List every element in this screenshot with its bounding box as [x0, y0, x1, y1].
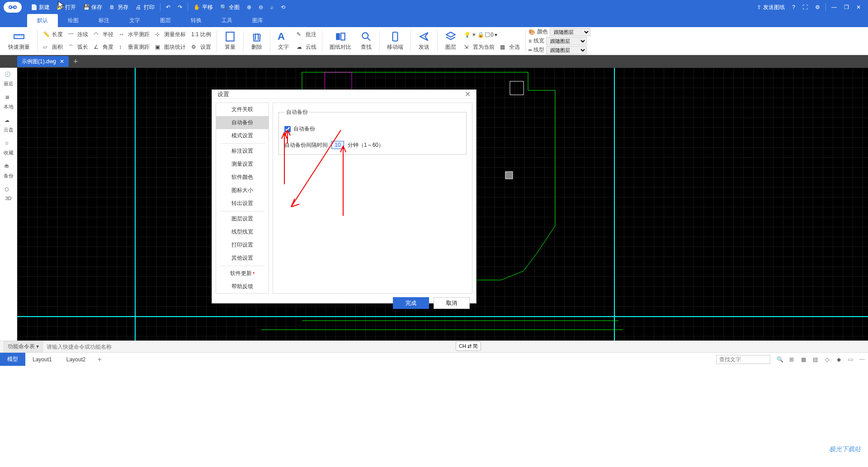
dialog-item-measure[interactable]: 测量设置 [216, 158, 269, 171]
dialog-cancel-button[interactable]: 取消 [434, 297, 470, 309]
layer-button[interactable]: 图层 [440, 28, 461, 54]
dialog-item-dim[interactable]: 标注设置 [216, 145, 269, 158]
dialog-item-other[interactable]: 其他设置 [216, 252, 269, 265]
mobile-button[interactable]: 移动端 [382, 28, 408, 54]
vdist-button[interactable]: ↕垂直测距 [116, 42, 152, 53]
redo-button[interactable]: ↷ [174, 0, 186, 14]
tab-default[interactable]: 默认 [27, 14, 58, 27]
print-button[interactable]: 🖨打印 [132, 0, 158, 14]
undo-button[interactable]: ↶ [162, 0, 174, 14]
tab-draw[interactable]: 绘图 [58, 14, 89, 27]
command-label[interactable]: 功能命令表 ▾ [4, 341, 43, 352]
dialog-item-help[interactable]: 帮助反馈 [216, 280, 269, 293]
zoom-prev-button[interactable]: ⟲ [277, 0, 289, 14]
layer-state-button[interactable]: 💡☀🔒0▾ [461, 29, 500, 41]
dialog-item-color[interactable]: 软件颜色 [216, 171, 269, 184]
zoom-in-button[interactable]: ⊕ [243, 0, 255, 14]
new-button[interactable]: 📄新建 [27, 0, 53, 14]
tab-convert[interactable]: 转换 [181, 14, 212, 27]
coord-button[interactable]: ⊹测量坐标 [152, 29, 189, 41]
minimize-button[interactable]: — [828, 0, 840, 14]
add-layout-button[interactable]: + [93, 355, 106, 364]
sidebar-cloud[interactable]: ☁云盘 [4, 117, 14, 133]
save-button[interactable]: 💾保存 [80, 0, 106, 14]
status-grid-button[interactable]: ▦ [799, 355, 807, 364]
saveas-button[interactable]: 🗎另存 [106, 0, 132, 14]
close-tab-icon[interactable]: ✕ [60, 58, 64, 65]
select-all-button[interactable]: ▦全选 [497, 42, 523, 53]
color-select[interactable]: 跟随图层 [550, 28, 590, 36]
linetype-select[interactable]: 跟随图层 [546, 46, 587, 54]
arc-button[interactable]: ⌒弧长 [66, 42, 91, 53]
delete-button[interactable]: 删除 [246, 28, 267, 54]
find-text-input[interactable] [716, 355, 770, 364]
sidebar-3d[interactable]: ⬡3D [5, 187, 13, 201]
dialog-item-ltlw[interactable]: 线型线宽 [216, 225, 269, 238]
dialog-ok-button[interactable]: 完成 [393, 297, 429, 309]
send2-button[interactable]: 发送 [414, 28, 434, 54]
dialog-item-export[interactable]: 转出设置 [216, 197, 269, 210]
dialog-item-layer[interactable]: 图层设置 [216, 212, 269, 225]
blockstat-button[interactable]: ▣图块统计 [152, 42, 189, 53]
close-button[interactable]: ✕ [853, 0, 864, 14]
angle-button[interactable]: ∠角度 [91, 42, 116, 53]
add-tab-button[interactable]: + [69, 57, 83, 66]
status-ortho-button[interactable]: ▤ [811, 355, 819, 364]
set-current-button[interactable]: ⇲置为当前 [461, 42, 497, 53]
status-more-button[interactable]: ⋯ [858, 355, 866, 364]
status-lwt-button[interactable]: ▭ [846, 355, 854, 364]
pan-button[interactable]: ✋平移 [190, 0, 217, 14]
status-osnap-button[interactable]: ◆ [835, 355, 843, 364]
compare-button[interactable]: 图纸对比 [325, 28, 356, 54]
lineweight-select[interactable]: 跟随图层 [546, 37, 587, 45]
ime-chip[interactable]: CH ⇄ 简 [456, 341, 481, 351]
status-snap-button[interactable]: ⊞ [788, 355, 796, 364]
maximize-button[interactable]: ❐ [840, 0, 853, 14]
sidebar-recent[interactable]: 🕘最近 [4, 71, 14, 87]
dialog-item-file-assoc[interactable]: 文件关联 [216, 103, 269, 116]
dialog-item-auto-backup[interactable]: 自动备份 [216, 116, 269, 129]
interval-input[interactable] [331, 141, 344, 149]
tab-annotate[interactable]: 标注 [89, 14, 119, 27]
sidebar-backup[interactable]: ⛃备份 [4, 163, 14, 179]
dialog-close-button[interactable]: ✕ [465, 90, 471, 98]
dialog-item-print[interactable]: 打印设置 [216, 238, 269, 252]
settings-ribbon-button[interactable]: ⚙设置 [189, 42, 214, 53]
sidebar-local[interactable]: 🖥本地 [4, 94, 14, 110]
sidebar-favorite[interactable]: ☆收藏 [4, 140, 14, 156]
settings-button[interactable]: ⚙ [811, 0, 824, 14]
cloudline-button[interactable]: ☁云线 [294, 42, 319, 53]
search-go-button[interactable]: 🔍 [776, 355, 784, 364]
fullscreen-button[interactable]: ⛶ [799, 0, 811, 14]
layout-tab-model[interactable]: 模型 [0, 353, 25, 366]
area-button[interactable]: ▱面积 [40, 42, 66, 53]
length-button[interactable]: 📏长度 [40, 29, 66, 41]
calc-button[interactable]: 算量 [220, 28, 241, 54]
find-button[interactable]: 查找 [356, 28, 377, 54]
zoom-out-button[interactable]: ⊖ [255, 0, 267, 14]
annotation-button[interactable]: ✎批注 [294, 29, 319, 41]
hdist-button[interactable]: ↔水平测距 [116, 29, 152, 41]
dialog-item-update[interactable]: 软件更新 [216, 267, 269, 280]
tab-library[interactable]: 图库 [242, 14, 273, 27]
radius-button[interactable]: ◠半径 [91, 29, 116, 41]
layout-tab-2[interactable]: Layout2 [59, 354, 93, 365]
status-polar-button[interactable]: ◇ [823, 355, 831, 364]
tab-tools[interactable]: 工具 [212, 14, 242, 27]
tab-text[interactable]: 文字 [119, 14, 150, 27]
layout-tab-1[interactable]: Layout1 [25, 354, 59, 365]
tab-layer[interactable]: 图层 [150, 14, 181, 27]
quick-measure-button[interactable]: 快速测量 [4, 28, 34, 54]
send-drawing-button[interactable]: ⇪发送图纸 [753, 0, 788, 14]
dialog-item-mode[interactable]: 模式设置 [216, 129, 269, 142]
text-button[interactable]: A文字 [273, 28, 294, 54]
help-button[interactable]: ? [788, 0, 799, 14]
dialog-item-iconsize[interactable]: 图标大小 [216, 184, 269, 197]
continuous-button[interactable]: 〰连续 [66, 29, 91, 41]
fit-button[interactable]: 🔍全图 [217, 0, 243, 14]
scale-button[interactable]: 1:1比例 [189, 29, 214, 41]
zoom-window-button[interactable]: ⌕ [267, 0, 277, 14]
auto-backup-checkbox[interactable] [284, 126, 291, 132]
document-tab[interactable]: 示例图(1).dwg ✕ [17, 56, 69, 67]
open-button[interactable]: 📂打开 [53, 0, 80, 14]
